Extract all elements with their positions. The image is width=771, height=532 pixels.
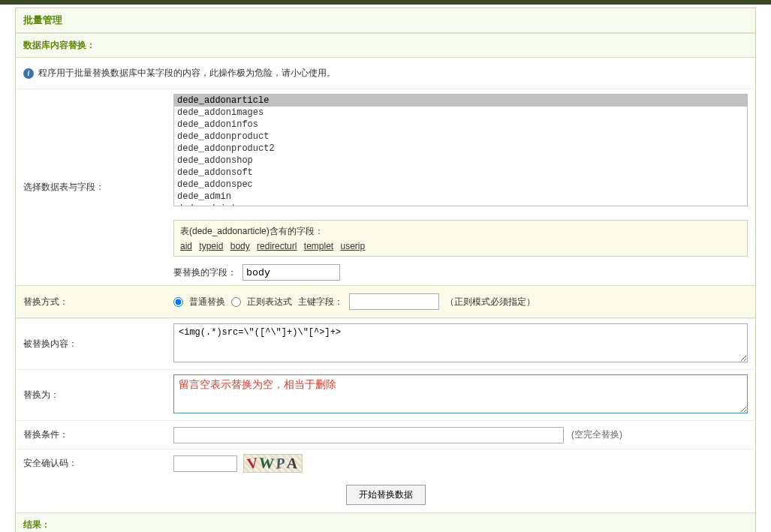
table-option[interactable]: dede_addonsoft	[174, 167, 747, 179]
row-captcha: 安全确认码： V W P A	[16, 449, 755, 477]
row-replace-mode: 替换方式： 普通替换 正则表达式 主键字段： （正则模式必须指定）	[16, 285, 755, 318]
label-target: 替换为：	[16, 370, 173, 420]
field-link[interactable]: aid	[180, 241, 192, 251]
captcha-char: W	[258, 454, 276, 473]
page-title: 批量管理	[16, 8, 755, 33]
radio-normal-label: 普通替换	[189, 296, 225, 308]
label-condition: 替换条件：	[16, 421, 173, 449]
condition-input[interactable]	[173, 427, 564, 443]
row-select-table: 选择数据表与字段： dede_addonarticle dede_addonim…	[16, 89, 755, 285]
captcha-input[interactable]	[173, 455, 237, 472]
row-target: 替换为：	[16, 369, 755, 420]
condition-hint: (空完全替换)	[571, 428, 622, 441]
field-link[interactable]: templet	[304, 241, 333, 251]
fields-prefix: 表(	[180, 226, 192, 236]
captcha-image[interactable]: V W P A	[243, 454, 303, 473]
field-link[interactable]: redirecturl	[257, 241, 297, 251]
notice: i 程序用于批量替换数据库中某字段的内容，此操作极为危险，请小心使用。	[16, 58, 755, 89]
label-captcha: 安全确认码：	[16, 449, 173, 477]
section-db-replace: 数据库内容替换：	[16, 33, 755, 58]
fields-panel: 表(dede_addonarticle)含有的字段： aid typeid bo…	[173, 220, 748, 257]
field-to-replace-label: 要替换的字段：	[173, 266, 236, 279]
radio-regex-label: 正则表达式	[247, 296, 292, 308]
pk-input[interactable]	[349, 293, 439, 310]
table-option[interactable]: dede_addonarticle	[174, 95, 747, 107]
table-option[interactable]: dede_addonproduct	[174, 131, 747, 143]
source-textarea[interactable]	[173, 323, 748, 362]
target-textarea[interactable]	[173, 374, 748, 413]
submit-button[interactable]: 开始替换数据	[346, 485, 426, 505]
radio-regex[interactable]	[231, 297, 241, 307]
fields-list: aid typeid body redirecturl templet user…	[180, 241, 741, 251]
table-listbox[interactable]: dede_addonarticle dede_addonimages dede_…	[173, 94, 748, 206]
field-to-replace-input[interactable]	[242, 264, 340, 281]
row-source: 被替换内容：	[16, 318, 755, 369]
field-to-replace: 要替换的字段：	[173, 264, 748, 281]
fields-table: dede_addonarticle	[192, 226, 267, 236]
window-top-bar	[0, 0, 771, 5]
main-panel: 批量管理 数据库内容替换： i 程序用于批量替换数据库中某字段的内容，此操作极为…	[15, 8, 756, 532]
field-link[interactable]: userip	[341, 241, 366, 251]
label-replace-mode: 替换方式：	[16, 286, 173, 317]
pk-label: 主键字段：	[298, 296, 343, 308]
field-link[interactable]: body	[230, 241, 250, 251]
table-option[interactable]: dede_addonproduct2	[174, 143, 747, 155]
table-option[interactable]: dede_addonshop	[174, 155, 747, 167]
captcha-char: A	[286, 454, 300, 472]
table-option[interactable]: dede_addoninfos	[174, 119, 747, 131]
row-condition: 替换条件： (空完全替换)	[16, 420, 755, 449]
row-submit: 开始替换数据	[16, 477, 755, 512]
section-result: 结果：	[16, 512, 755, 532]
table-option[interactable]: dede_addonimages	[174, 107, 747, 119]
mode-hint: （正则模式必须指定）	[445, 296, 535, 308]
field-link[interactable]: typeid	[199, 241, 223, 251]
table-option[interactable]: dede_admintype	[174, 203, 747, 206]
table-option[interactable]: dede_addonspec	[174, 179, 747, 191]
table-option[interactable]: dede_admin	[174, 191, 747, 203]
label-source: 被替换内容：	[16, 319, 173, 369]
notice-text: 程序用于批量替换数据库中某字段的内容，此操作极为危险，请小心使用。	[38, 67, 336, 80]
fields-suffix: )含有的字段：	[267, 226, 324, 236]
radio-normal[interactable]	[173, 297, 183, 307]
info-icon: i	[23, 68, 34, 79]
label-select-table: 选择数据表与字段：	[16, 89, 173, 285]
